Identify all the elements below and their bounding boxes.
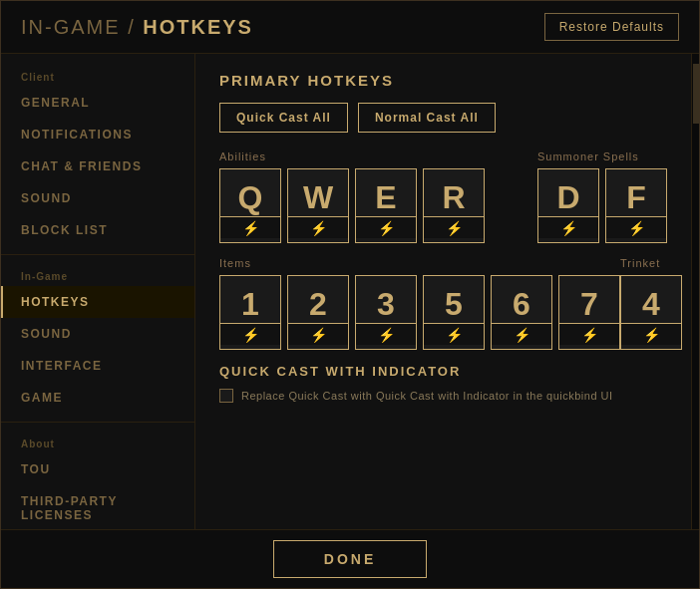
items-group: Items 1 ⚡ 2 ⚡ bbox=[219, 257, 620, 350]
sidebar-item-sound-client[interactable]: SOUND bbox=[1, 182, 194, 214]
key-card-3[interactable]: 3 ⚡ bbox=[355, 275, 417, 350]
key-w-bottom: ⚡ bbox=[288, 216, 348, 238]
sidebar: Client GENERAL NOTIFICATIONS CHAT & FRIE… bbox=[1, 54, 195, 529]
bolt-icon-e: ⚡ bbox=[378, 220, 395, 236]
bolt-icon-f: ⚡ bbox=[628, 220, 645, 236]
app-container: IN-GAME / HOTKEYS Restore Defaults Clien… bbox=[1, 1, 699, 588]
key-3-bottom: ⚡ bbox=[356, 323, 416, 345]
key-e-bottom: ⚡ bbox=[356, 216, 416, 238]
header-title: IN-GAME / HOTKEYS bbox=[21, 16, 253, 39]
key-card-d[interactable]: D ⚡ bbox=[537, 168, 599, 243]
key-6-label: 6 bbox=[513, 288, 530, 320]
key-4-bottom: ⚡ bbox=[621, 323, 681, 345]
trinket-cards: 4 ⚡ bbox=[620, 275, 682, 350]
sidebar-item-third-party[interactable]: THIRD-PARTY LICENSES bbox=[1, 485, 194, 529]
key-card-2[interactable]: 2 ⚡ bbox=[287, 275, 349, 350]
main-layout: Client GENERAL NOTIFICATIONS CHAT & FRIE… bbox=[1, 54, 699, 529]
section-title: PRIMARY HOTKEYS bbox=[219, 72, 667, 89]
client-section-label: Client bbox=[1, 64, 194, 87]
key-r-label: R bbox=[442, 181, 465, 213]
about-section-label: About bbox=[1, 431, 194, 453]
key-e-label: E bbox=[375, 181, 396, 213]
key-f-label: F bbox=[626, 181, 646, 213]
key-card-e[interactable]: E ⚡ bbox=[355, 168, 417, 243]
key-6-bottom: ⚡ bbox=[492, 323, 551, 345]
sidebar-item-general[interactable]: GENERAL bbox=[1, 87, 194, 119]
bolt-icon-4: ⚡ bbox=[643, 327, 660, 343]
key-f-bottom: ⚡ bbox=[606, 216, 666, 238]
qci-section: QUICK CAST WITH INDICATOR Replace Quick … bbox=[219, 364, 667, 403]
items-cards: 1 ⚡ 2 ⚡ 3 bbox=[219, 275, 620, 350]
key-card-r[interactable]: R ⚡ bbox=[423, 168, 485, 243]
sidebar-item-interface[interactable]: INTERFACE bbox=[1, 350, 194, 382]
key-3-label: 3 bbox=[377, 288, 395, 320]
scrollbar-thumb bbox=[693, 64, 699, 124]
key-7-label: 7 bbox=[580, 288, 598, 320]
breadcrumb-separator: / bbox=[128, 16, 143, 38]
key-2-label: 2 bbox=[309, 288, 327, 320]
bolt-icon-d: ⚡ bbox=[560, 220, 577, 236]
bolt-icon-r: ⚡ bbox=[446, 220, 463, 236]
qci-checkbox[interactable] bbox=[219, 389, 233, 403]
sidebar-item-sound-ingame[interactable]: SOUND bbox=[1, 318, 194, 350]
sidebar-divider bbox=[1, 254, 194, 255]
sidebar-item-hotkeys[interactable]: HOTKEYS bbox=[1, 286, 194, 318]
sidebar-item-block-list[interactable]: BLOCK LIST bbox=[1, 214, 194, 246]
key-card-6[interactable]: 6 ⚡ bbox=[491, 275, 552, 350]
trinket-label: Trinket bbox=[620, 257, 682, 269]
key-1-label: 1 bbox=[241, 288, 259, 320]
footer: DONE bbox=[1, 529, 699, 588]
key-card-4[interactable]: 4 ⚡ bbox=[620, 275, 682, 350]
qci-checkbox-row: Replace Quick Cast with Quick Cast with … bbox=[219, 389, 667, 403]
abilities-group: Abilities Q ⚡ W ⚡ bbox=[219, 150, 485, 243]
qci-title: QUICK CAST WITH INDICATOR bbox=[219, 364, 667, 379]
key-card-w[interactable]: W ⚡ bbox=[287, 168, 349, 243]
bolt-icon-2: ⚡ bbox=[310, 327, 327, 343]
scrollbar-track[interactable] bbox=[691, 54, 699, 529]
key-5-bottom: ⚡ bbox=[424, 323, 484, 345]
key-4-label: 4 bbox=[642, 288, 660, 320]
key-card-q[interactable]: Q ⚡ bbox=[219, 168, 281, 243]
ingame-section-label: In-Game bbox=[1, 263, 194, 286]
items-label: Items bbox=[219, 257, 620, 269]
key-card-7[interactable]: 7 ⚡ bbox=[558, 275, 620, 350]
trinket-group: Trinket 4 ⚡ bbox=[620, 257, 682, 350]
key-card-1[interactable]: 1 ⚡ bbox=[219, 275, 281, 350]
abilities-summoner-row: Abilities Q ⚡ W ⚡ bbox=[219, 150, 667, 243]
sidebar-divider-2 bbox=[1, 422, 194, 423]
bolt-icon-5: ⚡ bbox=[446, 327, 463, 343]
sidebar-item-game[interactable]: GAME bbox=[1, 382, 194, 414]
bolt-icon-1: ⚡ bbox=[242, 327, 259, 343]
normal-cast-all-button[interactable]: Normal Cast All bbox=[358, 103, 496, 133]
sidebar-item-tou[interactable]: TOU bbox=[1, 453, 194, 485]
sidebar-item-notifications[interactable]: NOTIFICATIONS bbox=[1, 119, 194, 150]
key-1-bottom: ⚡ bbox=[220, 323, 280, 345]
content-area: PRIMARY HOTKEYS Quick Cast All Normal Ca… bbox=[195, 54, 691, 529]
items-trinket-wrapper: Items 1 ⚡ 2 ⚡ bbox=[219, 257, 667, 350]
breadcrumb-part1: IN-GAME bbox=[21, 16, 121, 38]
key-q-label: Q bbox=[238, 181, 263, 213]
header: IN-GAME / HOTKEYS Restore Defaults bbox=[1, 1, 699, 54]
key-card-5[interactable]: 5 ⚡ bbox=[423, 275, 485, 350]
sidebar-item-chat-friends[interactable]: CHAT & FRIENDS bbox=[1, 150, 194, 182]
abilities-row: Q ⚡ W ⚡ bbox=[219, 168, 485, 243]
bolt-icon-w: ⚡ bbox=[310, 220, 327, 236]
abilities-label: Abilities bbox=[219, 150, 485, 162]
quick-cast-all-button[interactable]: Quick Cast All bbox=[219, 103, 348, 133]
summoner-group: Summoner Spells D ⚡ F bbox=[537, 150, 667, 243]
key-7-bottom: ⚡ bbox=[559, 323, 619, 345]
restore-defaults-button[interactable]: Restore Defaults bbox=[544, 13, 679, 41]
key-2-bottom: ⚡ bbox=[288, 323, 348, 345]
key-5-label: 5 bbox=[445, 288, 463, 320]
summoner-row: D ⚡ F ⚡ bbox=[537, 168, 667, 243]
key-card-f[interactable]: F ⚡ bbox=[605, 168, 667, 243]
bolt-icon-6: ⚡ bbox=[514, 327, 530, 343]
key-q-bottom: ⚡ bbox=[220, 216, 280, 238]
key-d-label: D bbox=[556, 181, 579, 213]
done-button[interactable]: DONE bbox=[273, 540, 427, 578]
key-d-bottom: ⚡ bbox=[538, 216, 598, 238]
summoner-spells-label: Summoner Spells bbox=[537, 150, 667, 162]
cast-buttons-row: Quick Cast All Normal Cast All bbox=[219, 103, 667, 133]
key-r-bottom: ⚡ bbox=[424, 216, 484, 238]
bolt-icon-3: ⚡ bbox=[378, 327, 395, 343]
